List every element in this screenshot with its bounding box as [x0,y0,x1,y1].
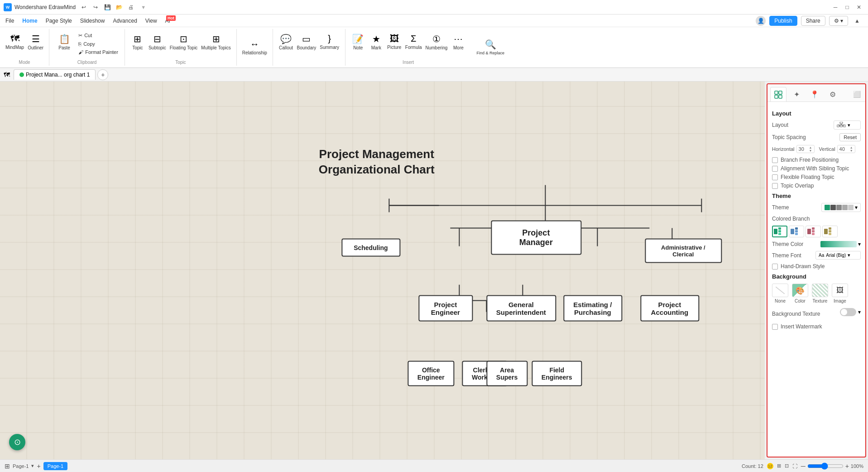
menu-file[interactable]: File [2,16,18,25]
fit-view-icon[interactable]: ⊡ [785,463,789,469]
fullscreen-icon[interactable]: ⛶ [792,463,797,469]
menu-page-style[interactable]: Page Style [42,16,76,25]
floating-topic-button[interactable]: ⊡ Floating Topic [168,32,200,53]
menu-view[interactable]: View [142,16,161,25]
boundary-button[interactable]: ▭ Boundary [295,32,318,53]
colored-branch-opt-1[interactable] [772,226,787,237]
note-button[interactable]: 📝 Note [349,32,367,53]
numbering-button[interactable]: ① Numbering [424,32,450,53]
publish-button[interactable]: Publish [769,16,797,26]
colored-branch-opt-4[interactable] [822,226,838,237]
area-supers-node[interactable]: AreaSupers [486,361,528,386]
mark-button[interactable]: ★ Mark [367,32,385,53]
multiple-topics-button[interactable]: ⊞ Multiple Topics [199,32,232,53]
more-button[interactable]: ⋯ More [449,32,467,53]
bg-none[interactable]: None [772,284,788,303]
bg-image[interactable]: 🖼 Image [832,284,848,303]
horizontal-input[interactable]: 30 ▲▼ [796,145,815,153]
colored-branch-opt-2[interactable] [789,226,804,237]
canvas[interactable]: Project Management Organizational Chart [0,82,765,459]
scheduling-node[interactable]: Scheduling [341,238,400,256]
formula-button[interactable]: Σ Formula [403,32,424,52]
bg-texture-dropdown[interactable]: ▾ [858,309,861,315]
note-label: Note [353,45,363,51]
menu-ai[interactable]: AI Hot [162,16,174,25]
profile-avatar[interactable]: 👤 [756,16,766,26]
topic-overlap-checkbox[interactable] [772,183,778,189]
panel-tab-settings[interactable]: ⚙ [825,87,841,101]
close-button[interactable]: ✕ [854,3,864,12]
zoom-in-button[interactable]: + [845,462,849,470]
relationship-button[interactable]: ↔ Relationship [240,37,269,58]
target-float-icon[interactable]: ⊙ [9,434,25,450]
vertical-input[interactable]: 40 ▲▼ [837,145,855,153]
page-tab-active[interactable]: Page-1 [43,462,67,470]
toggle-knob [841,309,847,315]
summary-button[interactable]: } Summary [318,32,341,52]
copy-button[interactable]: ⎘ Copy [76,40,121,48]
bg-texture-toggle[interactable] [840,308,856,316]
print-button[interactable]: 🖨 [125,3,136,12]
picture-button[interactable]: 🖼 Picture [385,32,403,52]
alignment-sibling-checkbox[interactable] [772,166,778,172]
flexible-floating-checkbox[interactable] [772,174,778,180]
undo-button[interactable]: ↩ [78,3,89,12]
callout-icon: 💬 [280,34,292,44]
admin-node[interactable]: Administrative / Clerical [645,238,722,263]
menu-advanced[interactable]: Advanced [109,16,140,25]
grid-view-icon[interactable]: ⊞ [777,463,781,469]
insert-group: 📝 Note ★ Mark 🖼 Picture Σ Formula ① Numb… [349,32,468,63]
office-engineer-node[interactable]: OfficeEngineer [408,361,455,386]
estimating-node[interactable]: Estimating /Purchasing [563,295,622,321]
outliner-button[interactable]: ☰ Outliner [26,32,45,53]
bg-texture[interactable]: Texture [812,284,828,303]
topic-button[interactable]: ⊞ Topic [129,32,147,53]
project-accounting-node[interactable]: ProjectAccounting [640,295,699,321]
bg-color[interactable]: 🎨 Color [792,284,808,303]
zoom-slider[interactable] [807,462,844,470]
paste-button[interactable]: 📋 Paste [53,32,76,53]
minimize-button[interactable]: ─ [830,3,841,12]
panel-tab-style[interactable]: ✦ [788,87,805,101]
add-tab-button[interactable]: + [97,69,108,80]
page-view-icon[interactable]: ⊞ [5,462,10,470]
watermark-checkbox[interactable] [772,324,778,330]
callout-button[interactable]: 💬 Callout [277,32,295,53]
root-node[interactable]: Project Manager [491,220,581,255]
document-tab[interactable]: Project Mana... org chart 1 [14,69,96,80]
redo-button[interactable]: ↪ [90,3,101,12]
theme-select[interactable]: ▾ [821,203,861,212]
general-superintendent-node[interactable]: GeneralSuperintendent [486,295,556,321]
hand-drawn-checkbox[interactable] [772,264,778,270]
horizontal-arrows[interactable]: ▲▼ [809,146,812,152]
panel-maximize-button[interactable]: ⬜ [851,87,863,101]
branch-free-checkbox[interactable] [772,157,778,163]
subtopic-button[interactable]: ⊟ Subtopic [147,32,168,53]
colored-branch-opt-3[interactable] [806,226,821,237]
format-painter-button[interactable]: 🖌 Format Painter [76,48,121,56]
mindmap-button[interactable]: 🗺 MindMap [4,32,26,52]
theme-color-select[interactable]: ▾ [820,241,861,247]
project-engineer-node[interactable]: ProjectEngineer [418,295,473,321]
add-page-button[interactable]: + [37,462,40,470]
open-button[interactable]: 📂 [114,3,125,12]
maximize-button[interactable]: □ [842,3,853,12]
field-engineers-node[interactable]: FieldEngineers [532,361,582,386]
menu-slideshow[interactable]: Slideshow [77,16,109,25]
panel-tab-layout[interactable] [770,87,786,101]
theme-font-select[interactable]: Aa Arial (Big) ▾ [815,251,861,260]
save-button[interactable]: 💾 [102,3,113,12]
vertical-arrows[interactable]: ▲▼ [850,146,853,152]
cut-button[interactable]: ✂ Cut [76,32,121,39]
account-button[interactable]: ⚙ ▾ [829,16,848,26]
page-down-arrow[interactable]: ▾ [31,463,34,469]
spacing-reset-button[interactable]: Reset [839,133,861,141]
panel-tab-pin[interactable]: 📍 [806,87,823,101]
ribbon: 🗺 MindMap ☰ Outliner Mode 📋 Paste ✂ Cut [0,27,868,68]
menu-home[interactable]: Home [19,16,41,25]
find-replace-button[interactable]: 🔍 Find & Replace [475,37,506,58]
zoom-out-button[interactable]: ─ [801,462,806,470]
layout-type-select[interactable]: ▾ [834,120,861,130]
share-button[interactable]: Share [801,16,825,26]
panel-collapse-button[interactable]: ▲ [852,16,863,25]
